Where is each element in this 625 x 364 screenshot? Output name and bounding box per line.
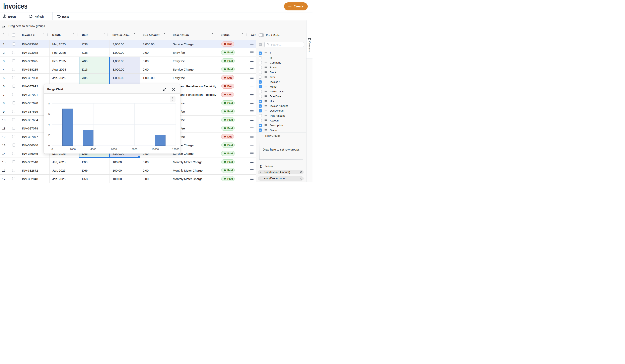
svg-text:2000: 2000 [70,148,76,151]
svg-text:10000: 10000 [152,148,159,151]
svg-text:4: 4 [48,123,50,126]
svg-text:0: 0 [48,144,50,147]
svg-text:8000: 8000 [132,148,137,151]
svg-text:2: 2 [48,134,50,137]
svg-text:6: 6 [48,112,50,115]
svg-text:4000: 4000 [90,148,96,151]
svg-text:6000: 6000 [111,148,117,151]
svg-text:8: 8 [48,102,50,105]
svg-text:0: 0 [51,148,53,151]
svg-text:12000: 12000 [172,148,179,151]
